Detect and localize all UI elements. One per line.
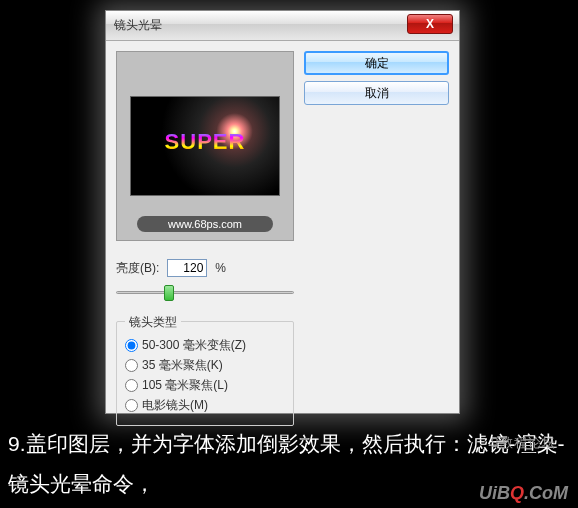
dialog-title: 镜头光晕	[106, 17, 162, 34]
radio-movie[interactable]	[125, 399, 138, 412]
watermark-uibq: UiBQ.CoM	[479, 483, 568, 504]
preview-box[interactable]: SUPER www.68ps.com	[116, 51, 294, 241]
cancel-button[interactable]: 取消	[304, 81, 449, 105]
ok-button[interactable]: 确定	[304, 51, 449, 75]
slider-thumb[interactable]	[164, 285, 174, 301]
radio-105[interactable]	[125, 379, 138, 392]
lens-legend: 镜头类型	[125, 314, 181, 331]
brightness-input[interactable]	[167, 259, 207, 277]
lens-option-105[interactable]: 105 毫米聚焦(L)	[125, 377, 285, 394]
preview-watermark: www.68ps.com	[137, 216, 273, 232]
lens-flare-dialog: 镜头光晕 X SUPER www.68ps.com 亮度(B): %	[105, 10, 460, 414]
lens-option-50-300[interactable]: 50-300 毫米变焦(Z)	[125, 337, 285, 354]
preview-text: SUPER	[131, 129, 279, 155]
radio-50-300[interactable]	[125, 339, 138, 352]
brightness-unit: %	[215, 261, 226, 275]
lens-label-2: 105 毫米聚焦(L)	[142, 377, 228, 394]
lens-type-group: 镜头类型 50-300 毫米变焦(Z) 35 毫米聚焦(K) 105 毫米聚焦(…	[116, 321, 294, 426]
lens-label-3: 电影镜头(M)	[142, 397, 208, 414]
watermark-forum: S教程论坛	[490, 434, 556, 452]
brightness-row: 亮度(B): %	[116, 259, 294, 277]
preview-image: SUPER	[130, 96, 280, 196]
preview-column: SUPER www.68ps.com 亮度(B): % 镜头类型	[116, 51, 294, 426]
lens-label-0: 50-300 毫米变焦(Z)	[142, 337, 246, 354]
close-icon: X	[426, 17, 434, 31]
titlebar[interactable]: 镜头光晕 X	[106, 11, 459, 41]
dialog-body: SUPER www.68ps.com 亮度(B): % 镜头类型	[106, 41, 459, 436]
brightness-slider[interactable]	[116, 285, 294, 303]
controls: 亮度(B): % 镜头类型 50-300 毫米变焦(Z)	[116, 259, 294, 426]
lens-option-movie[interactable]: 电影镜头(M)	[125, 397, 285, 414]
lens-label-1: 35 毫米聚焦(K)	[142, 357, 223, 374]
close-button[interactable]: X	[407, 14, 453, 34]
radio-35[interactable]	[125, 359, 138, 372]
brightness-label: 亮度(B):	[116, 260, 159, 277]
slider-track	[116, 291, 294, 294]
lens-option-35[interactable]: 35 毫米聚焦(K)	[125, 357, 285, 374]
button-column: 确定 取消	[304, 51, 449, 426]
